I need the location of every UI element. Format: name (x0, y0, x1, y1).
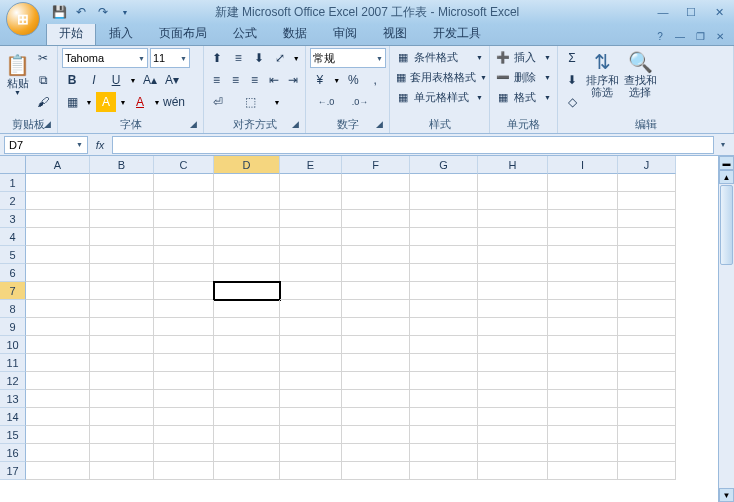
orientation-button[interactable]: ⤢ (271, 48, 290, 68)
cell[interactable] (214, 282, 280, 300)
cell[interactable] (618, 462, 676, 480)
select-all-corner[interactable] (0, 156, 26, 174)
cell[interactable] (214, 426, 280, 444)
cell[interactable] (214, 408, 280, 426)
office-button[interactable]: ⊞ (6, 2, 40, 36)
cell[interactable] (26, 228, 90, 246)
cell[interactable] (478, 282, 548, 300)
cell[interactable] (214, 210, 280, 228)
cell[interactable] (280, 390, 342, 408)
cell[interactable] (410, 282, 478, 300)
cell[interactable] (478, 228, 548, 246)
scroll-down-button[interactable]: ▼ (719, 488, 734, 502)
cell[interactable] (90, 282, 154, 300)
cell[interactable] (154, 282, 214, 300)
cell[interactable] (214, 318, 280, 336)
font-name-combo[interactable]: ▼ (62, 48, 148, 68)
cell[interactable] (618, 318, 676, 336)
cell[interactable] (410, 192, 478, 210)
row-header[interactable]: 7 (0, 282, 26, 300)
cell[interactable] (26, 426, 90, 444)
cell[interactable] (280, 462, 342, 480)
cell-styles-button[interactable]: ▦单元格样式▼ (394, 88, 485, 106)
cell[interactable] (618, 228, 676, 246)
cell[interactable] (548, 246, 618, 264)
align-top-button[interactable]: ⬆ (208, 48, 227, 68)
cell[interactable] (154, 174, 214, 192)
row-header[interactable]: 6 (0, 264, 26, 282)
column-header[interactable]: C (154, 156, 214, 174)
inc-indent-button[interactable]: ⇥ (284, 70, 301, 90)
cell[interactable] (26, 282, 90, 300)
cell[interactable] (342, 372, 410, 390)
cell[interactable] (410, 174, 478, 192)
percent-button[interactable]: % (344, 70, 364, 90)
delete-cells-button[interactable]: ➖删除▼ (494, 68, 553, 86)
cell[interactable] (342, 282, 410, 300)
copy-button[interactable]: ⧉ (33, 70, 53, 90)
cell[interactable] (548, 192, 618, 210)
close-button[interactable]: ✕ (708, 4, 730, 20)
underline-button[interactable]: U (106, 70, 126, 90)
cell[interactable] (90, 210, 154, 228)
border-button[interactable]: ▦ (62, 92, 82, 112)
cell[interactable] (90, 318, 154, 336)
cell[interactable] (90, 426, 154, 444)
conditional-formatting-button[interactable]: ▦条件格式▼ (394, 48, 485, 66)
wrap-text-button[interactable]: ⏎ (208, 92, 228, 112)
format-cells-button[interactable]: ▦格式▼ (494, 88, 553, 106)
cell[interactable] (26, 318, 90, 336)
tab-开始[interactable]: 开始 (46, 21, 96, 45)
cell[interactable] (280, 444, 342, 462)
sort-filter-button[interactable]: ⇅ 排序和 筛选 (584, 48, 620, 100)
cell[interactable] (154, 300, 214, 318)
format-as-table-button[interactable]: ▦套用表格格式▼ (394, 68, 485, 86)
cut-button[interactable]: ✂ (33, 48, 53, 68)
cell[interactable] (214, 444, 280, 462)
cell[interactable] (280, 228, 342, 246)
chevron-down-icon[interactable]: ▼ (76, 141, 83, 148)
cell[interactable] (280, 264, 342, 282)
cell[interactable] (618, 426, 676, 444)
cell[interactable] (154, 228, 214, 246)
shrink-font-button[interactable]: A▾ (162, 70, 182, 90)
column-header[interactable]: B (90, 156, 154, 174)
cell[interactable] (478, 318, 548, 336)
decrease-decimal-button[interactable]: .0→ (344, 92, 376, 112)
currency-button[interactable]: ¥ (310, 70, 330, 90)
cell[interactable] (342, 390, 410, 408)
cell[interactable] (618, 390, 676, 408)
cell[interactable] (548, 336, 618, 354)
number-launcher[interactable]: ◢ (373, 119, 385, 131)
cell[interactable] (154, 390, 214, 408)
cell[interactable] (280, 246, 342, 264)
cell[interactable] (342, 264, 410, 282)
cell[interactable] (214, 300, 280, 318)
cell[interactable] (26, 354, 90, 372)
column-header[interactable]: I (548, 156, 618, 174)
cell[interactable] (618, 336, 676, 354)
clear-button[interactable]: ◇ (562, 92, 582, 112)
cell[interactable] (154, 354, 214, 372)
fill-button[interactable]: ⬇ (562, 70, 582, 90)
cell[interactable] (90, 264, 154, 282)
cell[interactable] (410, 210, 478, 228)
tab-插入[interactable]: 插入 (96, 21, 146, 45)
row-header[interactable]: 16 (0, 444, 26, 462)
cell[interactable] (478, 426, 548, 444)
cell[interactable] (90, 462, 154, 480)
align-left-button[interactable]: ≡ (208, 70, 225, 90)
cell[interactable] (154, 372, 214, 390)
qat-dropdown[interactable]: ▼ (116, 3, 134, 21)
cell[interactable] (618, 282, 676, 300)
cell[interactable] (410, 300, 478, 318)
redo-button[interactable]: ↷ (94, 3, 112, 21)
phonetic-button[interactable]: wén (164, 92, 184, 112)
cell[interactable] (26, 246, 90, 264)
cell[interactable] (410, 390, 478, 408)
cell[interactable] (214, 354, 280, 372)
cell[interactable] (90, 444, 154, 462)
font-size-combo[interactable]: ▼ (150, 48, 190, 68)
cell[interactable] (90, 228, 154, 246)
cell[interactable] (478, 300, 548, 318)
